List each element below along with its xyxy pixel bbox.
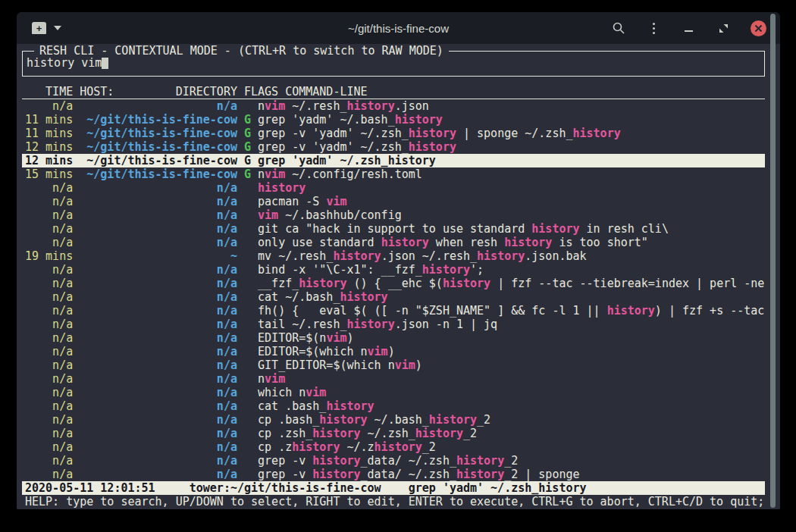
row-time: n/a [25, 399, 73, 413]
history-row[interactable]: n/a n/a __fzf_history () { __ehc $(histo… [22, 277, 765, 290]
match-highlight: history [415, 427, 463, 440]
row-directory: n/a [73, 290, 237, 304]
row-time: n/a [25, 208, 73, 222]
row-command: pacman -S vim [251, 195, 346, 208]
match-highlight: vim [326, 195, 346, 208]
row-directory: n/a [73, 99, 237, 113]
titlebar[interactable]: + ~/git/this-is-fine-cow [17, 12, 780, 44]
row-flag: G [237, 113, 251, 127]
row-command: grep -v 'yadm' ~/.zsh_history | sponge ~… [251, 127, 621, 140]
row-time: n/a [25, 345, 73, 358]
match-highlight: vim [306, 386, 326, 399]
history-row[interactable]: n/a n/a grep -v history_data/ ~/.zsh_his… [22, 454, 765, 468]
scrollbar-thumb[interactable] [770, 14, 776, 508]
history-row[interactable]: 11 mins ~/git/this-is-fine-cow G grep 'y… [22, 113, 765, 127]
row-time: n/a [25, 454, 73, 468]
row-flag [237, 345, 251, 358]
row-flag [237, 372, 251, 386]
history-row[interactable]: n/a n/a nvim [22, 372, 765, 386]
match-highlight: history [319, 413, 367, 427]
history-row[interactable]: n/a n/a cp .zhistory ~/.zhistory_2 [22, 440, 765, 454]
match-highlight: history [326, 399, 374, 413]
restore-icon [719, 23, 729, 33]
status-bar: 2020-05-11 12:01:51 tower:~/git/this-is-… [22, 481, 765, 495]
row-flag [237, 290, 251, 304]
history-row[interactable]: 12 mins ~/git/this-is-fine-cow G grep -v… [22, 140, 765, 154]
row-flag [237, 413, 251, 427]
match-highlight: history [504, 236, 552, 249]
history-row[interactable]: n/a n/a EDITOR=$(which nvim) [22, 345, 765, 358]
history-row[interactable]: 15 mins ~/git/this-is-fine-cow G nvim ~/… [22, 167, 765, 181]
row-command: nvim [251, 372, 285, 386]
match-highlight: history [443, 277, 490, 290]
row-flag [237, 427, 251, 440]
search-panel-title: RESH CLI - CONTEXTUAL MODE - (CTRL+R to … [34, 44, 449, 58]
row-command: only use standard history when resh hist… [251, 236, 648, 249]
row-command: nvim ~/.resh_history.json [251, 99, 429, 113]
row-directory: ~/git/this-is-fine-cow [73, 140, 237, 154]
help-line: HELP: type to search, UP/DOWN to select,… [22, 495, 765, 509]
history-row[interactable]: n/a n/a only use standard history when r… [22, 236, 765, 249]
match-highlight: history [381, 236, 429, 249]
match-highlight: history [346, 99, 394, 113]
history-row[interactable]: n/a n/a git ca "hack in support to use s… [22, 222, 765, 236]
row-directory: ~/git/this-is-fine-cow [73, 167, 237, 181]
match-highlight: vim [326, 331, 346, 345]
history-row[interactable]: n/a n/a bind -x '"\C-x1": __fzf_history'… [22, 263, 765, 277]
history-row[interactable]: n/a n/a fh() { eval $( ([ -n "$ZSH_NAME"… [22, 304, 765, 318]
match-highlight: history [340, 290, 387, 304]
row-directory: n/a [73, 454, 237, 468]
history-row[interactable]: 19 mins ~ mv ~/.resh_history.json ~/.res… [22, 249, 765, 263]
row-directory: ~/git/this-is-fine-cow [73, 154, 237, 167]
history-row[interactable]: n/a n/a vim ~/.bashhub/config [22, 208, 765, 222]
match-highlight: history [292, 440, 340, 454]
menu-button[interactable] [646, 20, 661, 36]
history-row[interactable]: n/a n/a tail ~/.resh_history.json -n 1 |… [22, 318, 765, 331]
match-highlight: history [388, 154, 436, 167]
history-row[interactable]: n/a n/a nvim ~/.resh_history.json [22, 99, 765, 113]
text-cursor [102, 57, 108, 69]
history-row[interactable]: n/a n/a GIT_EDITOR=$(which nvim) [22, 358, 765, 372]
search-button[interactable] [611, 20, 626, 36]
row-time: n/a [25, 290, 73, 304]
row-directory: n/a [73, 263, 237, 277]
close-button[interactable] [751, 20, 766, 36]
row-command: __fzf_history () { __ehc $(history | fzf… [251, 277, 764, 290]
table-header: TIME HOST: DIRECTORY FLAGS COMMAND-LINE [22, 85, 765, 99]
match-highlight: vim [258, 208, 278, 222]
history-row[interactable]: n/a n/a cat .bash_history [22, 399, 765, 413]
history-row[interactable]: n/a n/a which nvim [22, 386, 765, 399]
row-directory: n/a [73, 304, 237, 318]
history-row[interactable]: 11 mins ~/git/this-is-fine-cow G grep -v… [22, 127, 765, 140]
row-command: grep 'yadm' ~/.bash_history [251, 113, 443, 127]
history-row[interactable]: n/a n/a pacman -S vim [22, 195, 765, 208]
history-row[interactable]: n/a n/a grep -v history_data/ ~/.zsh_his… [22, 468, 765, 481]
row-flag [237, 195, 251, 208]
row-directory: n/a [73, 181, 237, 195]
minimize-button[interactable] [681, 20, 696, 36]
history-row[interactable]: n/a n/a cp .zsh_history ~/.zsh_history_2 [22, 427, 765, 440]
row-flag: G [237, 154, 251, 167]
history-row[interactable]: 12 mins ~/git/this-is-fine-cow G grep 'y… [22, 154, 765, 167]
terminal-content: RESH CLI - CONTEXTUAL MODE - (CTRL+R to … [17, 44, 780, 509]
history-row[interactable]: n/a n/a history [22, 181, 765, 195]
row-directory: n/a [73, 413, 237, 427]
row-flag [237, 318, 251, 331]
row-flag [237, 386, 251, 399]
restore-button[interactable] [716, 20, 731, 36]
match-highlight: history [312, 427, 360, 440]
row-time: n/a [25, 277, 73, 290]
match-highlight: history [422, 263, 470, 277]
row-time: 11 mins [25, 113, 73, 127]
minimize-icon [685, 30, 693, 32]
row-directory: n/a [73, 318, 237, 331]
history-row[interactable]: n/a n/a cat ~/.bash_history [22, 290, 765, 304]
row-directory: n/a [73, 468, 237, 481]
history-row[interactable]: n/a n/a EDITOR=$(nvim) [22, 331, 765, 345]
match-highlight: history [531, 222, 579, 236]
search-query-text: history vim [27, 56, 102, 70]
history-row[interactable]: n/a n/a cp .bash_history ~/.bash_history… [22, 413, 765, 427]
match-highlight: history [409, 127, 456, 140]
row-command: grep -v history_data/ ~/.zsh_history_2 |… [251, 468, 580, 481]
match-highlight: vim [368, 345, 388, 358]
